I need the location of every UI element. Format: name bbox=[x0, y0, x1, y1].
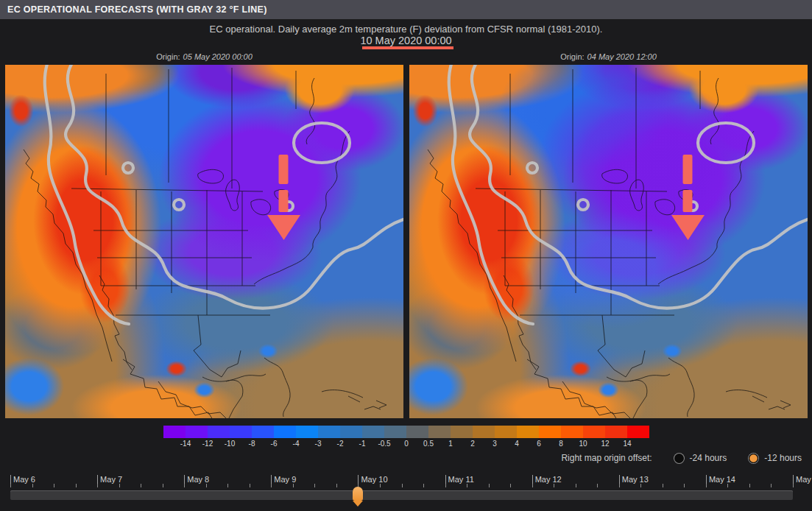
colorbar-segment bbox=[252, 426, 274, 438]
sub-tick bbox=[314, 484, 315, 487]
colorbar-segment bbox=[451, 426, 473, 438]
day-tick bbox=[793, 475, 794, 484]
colorbar-tick-label: -4 bbox=[293, 440, 300, 448]
colorbar-tick-label: 3 bbox=[493, 440, 497, 448]
offset-option-radio[interactable]: -12 hours bbox=[749, 453, 802, 463]
colorbar-segment bbox=[473, 426, 495, 438]
sub-tick bbox=[576, 484, 576, 487]
annotation-arrow-icon bbox=[267, 155, 300, 240]
offset-control: Right map origin offset: -24 hours-12 ho… bbox=[561, 451, 802, 465]
colorbar-tick-label: 2 bbox=[470, 440, 475, 448]
offset-label: Right map origin offset: bbox=[561, 453, 652, 463]
sub-tick bbox=[510, 484, 511, 487]
colorbar-tick-label: 8 bbox=[559, 440, 563, 448]
colorbar-segment bbox=[406, 426, 428, 438]
colorbar-tick-label: 12 bbox=[601, 440, 609, 448]
colorbar-tick-label: -1 bbox=[359, 440, 366, 448]
colorbar-segment bbox=[186, 426, 208, 438]
day-tick bbox=[10, 475, 11, 484]
sub-tick bbox=[793, 484, 794, 487]
colorbar-tick-label: -14 bbox=[180, 440, 191, 448]
radio-selected-icon[interactable] bbox=[749, 454, 758, 463]
colorbar-segment bbox=[318, 426, 340, 438]
sub-tick bbox=[293, 484, 294, 487]
geo-borders bbox=[24, 68, 386, 418]
sub-tick bbox=[489, 484, 490, 487]
sub-tick bbox=[119, 484, 120, 487]
colorbar-tick-label: 0 bbox=[404, 440, 409, 448]
colorbar-segment bbox=[384, 426, 406, 438]
colorbar-segment bbox=[296, 426, 318, 438]
timeline-track[interactable] bbox=[10, 490, 793, 500]
timeline-days: May 6May 7May 8May 9May 10May 11May 12Ma… bbox=[10, 472, 793, 483]
colorbar-segment bbox=[517, 426, 539, 438]
colorbar-segment bbox=[230, 426, 252, 438]
sub-tick bbox=[227, 484, 228, 487]
colorbar-tick-label: -8 bbox=[249, 440, 255, 448]
colorbar-tick-label: 14 bbox=[623, 440, 631, 448]
map-subtitle: EC operational. Daily average 2m tempera… bbox=[0, 24, 812, 35]
offset-option-label: -12 hours bbox=[764, 453, 802, 463]
colorbar-segment bbox=[340, 426, 362, 438]
sub-tick bbox=[445, 484, 446, 487]
colorbar-tick-label: -0.5 bbox=[378, 440, 390, 448]
sub-tick bbox=[76, 484, 77, 487]
colorbar-tick-label: 6 bbox=[537, 440, 541, 448]
colorbar-tick-label: -2 bbox=[337, 440, 344, 448]
colorbar-segments bbox=[163, 426, 649, 438]
colorbar-segment bbox=[583, 426, 605, 438]
timeline-handle[interactable] bbox=[353, 487, 363, 501]
colorbar-segment bbox=[561, 426, 583, 438]
sub-tick bbox=[97, 484, 98, 487]
sub-tick bbox=[771, 484, 772, 487]
map-left bbox=[5, 65, 403, 418]
sub-tick bbox=[402, 484, 403, 487]
day-tick bbox=[619, 475, 620, 484]
colorbar-segment bbox=[539, 426, 561, 438]
radio-unselected-icon[interactable] bbox=[674, 454, 684, 463]
colorbar-tick-label: 1 bbox=[448, 440, 453, 448]
colorbar-labels: -14-12-10-8-6-4-3-2-1-0.500.512346810121… bbox=[163, 440, 649, 450]
page-root: { "header": { "title": "EC OPERATIONAL F… bbox=[0, 0, 812, 511]
day-tick bbox=[97, 475, 98, 484]
colorbar-segment bbox=[274, 426, 296, 438]
colorbar-tick-label: 10 bbox=[579, 440, 587, 448]
sub-tick bbox=[184, 484, 185, 487]
sub-tick bbox=[554, 484, 554, 487]
sub-tick bbox=[749, 484, 750, 487]
sub-tick bbox=[380, 484, 381, 487]
colorbar-segment bbox=[605, 426, 627, 438]
timeline-subticks bbox=[10, 484, 793, 488]
sub-tick bbox=[532, 484, 533, 487]
offset-option-radio[interactable]: -24 hours bbox=[674, 453, 727, 463]
day-tick bbox=[271, 475, 272, 484]
sub-tick bbox=[32, 484, 33, 487]
day-tick bbox=[706, 475, 707, 484]
colorbar-tick-label: -10 bbox=[225, 440, 235, 448]
colorbar-segment bbox=[208, 426, 230, 438]
timeline-day-label[interactable]: May 15 bbox=[793, 472, 812, 485]
sub-tick bbox=[206, 484, 207, 487]
map-overlay-svg bbox=[409, 65, 808, 418]
sub-tick bbox=[10, 484, 11, 487]
colorbar-segment bbox=[627, 426, 649, 438]
sub-tick bbox=[727, 484, 728, 487]
offset-option-label: -24 hours bbox=[690, 453, 727, 463]
sub-tick bbox=[467, 484, 467, 487]
sub-tick bbox=[423, 484, 424, 487]
colorbar-segment bbox=[495, 426, 517, 438]
day-tick bbox=[532, 475, 533, 484]
app-header: EC OPERATIONAL FORECASTS (WITH GRAY 32 °… bbox=[0, 0, 812, 19]
colorbar-segment bbox=[428, 426, 451, 438]
colorbar-tick-label: 4 bbox=[515, 440, 519, 448]
map-right bbox=[409, 65, 808, 418]
colorbar-segment bbox=[163, 426, 186, 438]
colorbar-tick-label: -6 bbox=[271, 440, 278, 448]
sub-tick bbox=[684, 484, 685, 487]
day-tick bbox=[445, 475, 446, 484]
day-tick bbox=[184, 475, 185, 484]
colorbar-segment bbox=[362, 426, 384, 438]
datetime-underline bbox=[362, 46, 453, 49]
freezing-line-32f bbox=[45, 65, 403, 324]
selected-datetime: 10 May 2020 00:00 bbox=[0, 35, 812, 46]
